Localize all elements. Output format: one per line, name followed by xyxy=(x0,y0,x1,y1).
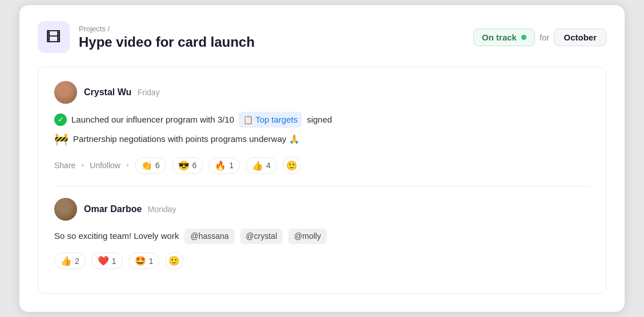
green-dot-icon xyxy=(521,35,526,40)
status-label: On track xyxy=(482,32,517,42)
feed-card: Crystal Wu Friday ✓ Launched our influen… xyxy=(38,67,606,293)
starstruck-count-omar: 1 xyxy=(149,257,154,266)
breadcrumb: Projects / xyxy=(79,25,255,33)
header: 🎞 Projects / Hype video for card launch … xyxy=(38,21,606,53)
clap-count: 6 xyxy=(155,161,160,170)
thumbsup-emoji: 👍 xyxy=(252,160,263,171)
post-line-omar: So so exciting team! Lovely work @hassan… xyxy=(54,229,590,243)
actions-row-omar: 👍 2 ❤️ 1 🤩 1 🙂 xyxy=(54,252,590,270)
post-header-crystal: Crystal Wu Friday xyxy=(54,81,590,104)
mention-hassana[interactable]: @hassana xyxy=(184,229,234,243)
post-body-crystal: ✓ Launched our influencer program with 3… xyxy=(54,112,590,148)
month-badge[interactable]: October xyxy=(554,29,606,46)
smiley-icon: 🙂 xyxy=(286,160,297,171)
cool-count: 6 xyxy=(192,161,197,170)
avatar-crystal xyxy=(54,81,77,104)
post-header-omar: Omar Darboe Monday xyxy=(54,198,590,221)
add-reaction-btn-crystal[interactable]: 🙂 xyxy=(283,156,301,174)
heart-count-omar: 1 xyxy=(112,257,116,266)
page-title: Hype video for card launch xyxy=(79,34,255,50)
smiley-icon-omar: 🙂 xyxy=(168,255,180,266)
fire-emoji: 🔥 xyxy=(215,160,226,171)
omar-message-prefix: So so exciting team! Lovely work xyxy=(54,229,179,243)
top-targets-link[interactable]: 📋 Top targets xyxy=(239,112,302,128)
post-crystal: Crystal Wu Friday ✓ Launched our influen… xyxy=(54,81,590,174)
dot1: • xyxy=(81,161,84,170)
reaction-btn-thumbsup[interactable]: 👍 4 xyxy=(245,157,277,174)
author-name-crystal: Crystal Wu xyxy=(84,87,131,97)
starstruck-emoji-omar: 🤩 xyxy=(135,255,146,266)
header-right: On track for October xyxy=(473,29,606,46)
reaction-btn-fire[interactable]: 🔥 1 xyxy=(208,157,240,174)
unfollow-link[interactable]: Unfollow xyxy=(90,161,120,170)
thumbsup-emoji-omar: 👍 xyxy=(61,255,72,266)
heart-emoji-omar: ❤️ xyxy=(98,255,109,266)
status-badge[interactable]: On track xyxy=(473,29,535,46)
mention-molly[interactable]: @molly xyxy=(288,229,327,243)
reaction-btn-thumbsup-omar[interactable]: 👍 2 xyxy=(54,253,86,269)
post-line-2: 🚧 Partnership negotiations with points p… xyxy=(54,130,590,148)
cool-emoji: 😎 xyxy=(178,160,190,171)
post-line-1: ✓ Launched our influencer program with 3… xyxy=(54,112,590,128)
post-author-info-omar: Omar Darboe Monday xyxy=(84,204,176,214)
reaction-btn-cool[interactable]: 😎 6 xyxy=(172,157,203,174)
list-icon: 📋 xyxy=(243,113,253,126)
reaction-btn-heart-omar[interactable]: ❤️ 1 xyxy=(91,253,123,269)
main-card: 🎞 Projects / Hype video for card launch … xyxy=(19,5,625,311)
post-omar: Omar Darboe Monday So so exciting team! … xyxy=(54,198,590,270)
check-icon: ✓ xyxy=(54,113,67,126)
add-reaction-btn-omar[interactable]: 🙂 xyxy=(165,252,183,270)
line1-suffix: signed xyxy=(307,113,332,127)
author-name-omar: Omar Darboe xyxy=(84,204,142,214)
divider xyxy=(54,186,590,186)
project-icon: 🎞 xyxy=(38,21,70,53)
thumbsup-count: 4 xyxy=(266,161,271,170)
fire-count: 1 xyxy=(229,161,234,170)
line1-prefix: Launched our influencer program with 3/1… xyxy=(71,113,234,127)
for-text: for xyxy=(540,32,550,42)
post-day-crystal: Friday xyxy=(138,88,160,97)
reaction-btn-clap[interactable]: 👏 6 xyxy=(135,157,166,174)
avatar-omar xyxy=(54,198,77,221)
post-author-info: Crystal Wu Friday xyxy=(84,87,160,97)
top-targets-label: Top targets xyxy=(255,113,297,127)
actions-row-crystal: Share • Unfollow • 👏 6 😎 6 🔥 1 👍 xyxy=(54,156,590,174)
construction-icon: 🚧 xyxy=(54,130,69,148)
header-text: Projects / Hype video for card launch xyxy=(79,25,255,50)
thumbsup-count-omar: 2 xyxy=(75,257,79,266)
post-body-omar: So so exciting team! Lovely work @hassan… xyxy=(54,229,590,243)
clap-emoji: 👏 xyxy=(141,160,152,171)
header-left: 🎞 Projects / Hype video for card launch xyxy=(38,21,255,53)
dot2: • xyxy=(126,161,129,170)
post-line2-text: Partnership negotiations with points pro… xyxy=(73,132,300,146)
reaction-btn-starstruck-omar[interactable]: 🤩 1 xyxy=(128,253,160,269)
mention-crystal[interactable]: @crystal xyxy=(240,229,283,243)
share-link[interactable]: Share xyxy=(54,161,75,170)
post-day-omar: Monday xyxy=(148,205,176,214)
